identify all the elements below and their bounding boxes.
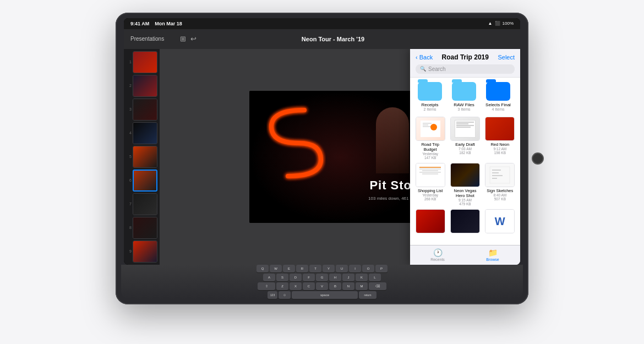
home-button[interactable] [532, 152, 544, 165]
search-icon: 🔍 [420, 66, 426, 72]
key-m[interactable]: M [356, 282, 368, 290]
folder-icon-selectsfinal [486, 82, 510, 101]
grid-view-button[interactable]: ⊞ [180, 35, 186, 43]
file-photo-red2[interactable] [414, 209, 446, 234]
key-b[interactable]: B [329, 282, 341, 290]
file-sign-sketches[interactable]: Sign Sketches 8:40 AM 507 KB [484, 163, 516, 206]
folder-name-receipts: Receipts [421, 102, 438, 108]
slide-thumb-6[interactable] [133, 170, 157, 192]
key-shift[interactable]: ⇧ [258, 282, 275, 290]
ipad-screen: 9:41 AM Mon Mar 18 ▲ ⬛ 100% Presentation… [124, 18, 520, 265]
file-early-draft[interactable]: Early Draft 7:03 AM 182 KB [449, 117, 481, 160]
chevron-left-icon: ‹ [416, 54, 418, 61]
key-d[interactable]: D [290, 274, 302, 281]
key-space[interactable]: space [292, 291, 358, 299]
key-p[interactable]: P [375, 265, 388, 272]
key-n[interactable]: N [342, 282, 354, 290]
file-size-neon-vegas: 479 KB [459, 202, 471, 206]
slide-thumb-5[interactable] [133, 146, 157, 168]
files-search-bar[interactable]: 🔍 Search [416, 64, 515, 74]
file-date-neon-vegas: 9:15 AM [459, 198, 472, 202]
key-k[interactable]: K [356, 274, 368, 281]
tab-recents[interactable]: 🕐 Recents [410, 248, 465, 261]
slide-thumb-2[interactable] [133, 75, 157, 97]
key-emoji[interactable]: ☺ [279, 291, 291, 299]
slide-thumb-8[interactable] [133, 217, 157, 239]
slide-thumb-1[interactable] [133, 51, 157, 73]
key-u[interactable]: U [336, 265, 348, 272]
ipad-body: 9:41 AM Mon Mar 18 ▲ ⬛ 100% Presentation… [116, 13, 528, 304]
search-placeholder: Search [428, 66, 446, 72]
files-select-button[interactable]: Select [498, 54, 515, 61]
key-g[interactable]: G [316, 274, 328, 281]
status-bar: 9:41 AM Mon Mar 18 ▲ ⬛ 100% [124, 18, 520, 29]
file-date-shopping-list: Yesterday [422, 193, 438, 197]
key-return[interactable]: return [359, 291, 376, 299]
files-nav: ‹ Back Road Trip 2019 Select [416, 53, 515, 61]
keyboard-row-1: Q W E R T Y U I O P [256, 265, 388, 272]
file-name-early-draft: Early Draft [455, 142, 474, 147]
key-e[interactable]: E [283, 265, 295, 272]
file-word-doc[interactable]: W [484, 209, 516, 234]
files-title: Road Trip 2019 [442, 53, 489, 61]
undo-button[interactable]: ↩ [190, 35, 197, 43]
file-shopping-list[interactable]: Shopping List Yesterday 268 KB [414, 163, 446, 206]
folder-receipts[interactable]: Receipts 2 Items [414, 82, 445, 112]
keyboard-row-4: 123 ☺ space return [268, 291, 376, 299]
key-i[interactable]: I [349, 265, 361, 272]
file-name-sign-sketches: Sign Sketches [487, 188, 513, 193]
slide-thumb-4[interactable] [133, 122, 157, 144]
key-z[interactable]: Z [276, 282, 288, 290]
slide-row-4: 4 [126, 122, 157, 144]
slide-thumb-7[interactable] [133, 193, 157, 215]
key-c[interactable]: C [303, 282, 315, 290]
toolbar-left: Presentations [130, 36, 174, 42]
slide-row-1: 1 [126, 51, 157, 73]
key-w[interactable]: W [270, 265, 282, 272]
folder-icon-receipts [418, 82, 442, 101]
slide-thumb-3[interactable] [133, 99, 157, 121]
key-o[interactable]: O [362, 265, 374, 272]
ipad-device: 9:41 AM Mon Mar 18 ▲ ⬛ 100% Presentation… [107, 13, 537, 332]
sketch-icon [489, 166, 511, 184]
files-grid: Road Trip Budget Yesterday 147 KB [414, 117, 516, 234]
key-q[interactable]: Q [256, 265, 269, 272]
key-r[interactable]: R [296, 265, 308, 272]
file-neon-vegas[interactable]: Neon Vegas Hero Shot 9:15 AM 479 KB [449, 163, 481, 206]
slide-row-5: 5 [126, 146, 157, 168]
file-photo-dark[interactable] [449, 209, 481, 234]
files-panel: ‹ Back Road Trip 2019 Select 🔍 Search [410, 49, 520, 265]
slide-row-3: 3 [126, 99, 157, 121]
folder-rawfiles[interactable]: RAW Files 3 Items [449, 82, 479, 112]
file-red-neon[interactable]: Red Neon 9:12 AM 198 KB [484, 117, 516, 160]
files-content: Receipts 2 Items RAW Files 3 Items [410, 78, 520, 245]
key-t[interactable]: T [309, 265, 321, 272]
slide-row-2: 2 [126, 75, 157, 97]
key-f[interactable]: F [303, 274, 315, 281]
file-name-road-trip-budget: Road Trip Budget [414, 142, 446, 152]
tab-browse[interactable]: 📁 Browse [465, 248, 520, 261]
file-size-early-draft: 182 KB [459, 151, 471, 155]
svg-rect-0 [490, 167, 510, 183]
file-date-road-trip-budget: Yesterday [422, 152, 438, 156]
presentations-label: Presentations [130, 36, 164, 42]
battery-icon: ⬛ [495, 21, 500, 26]
files-back-button[interactable]: ‹ Back [416, 54, 433, 61]
slide-row-6: 6 [126, 170, 157, 192]
file-road-trip-budget[interactable]: Road Trip Budget Yesterday 147 KB [414, 117, 446, 160]
key-a[interactable]: A [263, 274, 275, 281]
key-backspace[interactable]: ⌫ [369, 282, 386, 290]
key-y[interactable]: Y [323, 265, 335, 272]
slide-thumb-9[interactable] [133, 241, 157, 263]
file-size-shopping-list: 268 KB [424, 197, 436, 201]
key-j[interactable]: J [342, 274, 354, 281]
key-fn[interactable]: 123 [268, 291, 277, 299]
key-v[interactable]: V [316, 282, 328, 290]
folder-selectsfinal[interactable]: Selects Final 4 Items [483, 82, 514, 112]
key-h[interactable]: H [329, 274, 341, 281]
person-silhouette [376, 107, 409, 173]
key-l[interactable]: L [369, 274, 381, 281]
key-x[interactable]: X [290, 282, 302, 290]
key-s[interactable]: S [276, 274, 288, 281]
add-slide-button[interactable]: ⊕ [139, 264, 145, 265]
